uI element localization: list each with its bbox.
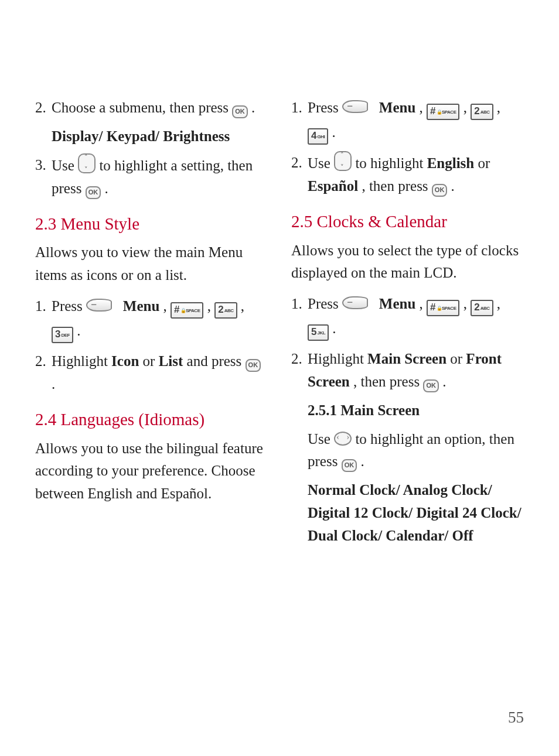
step-body: Press Menu , #🔒SPACE , 2ABC , 4GHI . bbox=[308, 97, 524, 146]
step-2-prev: 2. Choose a submenu, then press OK . bbox=[35, 97, 268, 119]
text: and press bbox=[187, 353, 246, 369]
text: Use bbox=[308, 155, 334, 171]
step-number: 2. bbox=[35, 97, 52, 119]
submenu-list: Display/ Keypad/ Brightness bbox=[52, 125, 268, 148]
text: , bbox=[203, 298, 214, 314]
text-bold: List bbox=[159, 353, 183, 369]
hash-key-icon: #🔒SPACE bbox=[171, 302, 203, 319]
right-column: 1. Press Menu , #🔒SPACE , 2ABC , 4GHI . … bbox=[291, 91, 524, 553]
text-bold: English bbox=[427, 155, 475, 171]
text: . bbox=[104, 180, 108, 196]
ok-key-icon: OK bbox=[246, 359, 261, 372]
left-soft-key-icon bbox=[342, 100, 368, 113]
step-body: Highlight Icon or List and press OK . bbox=[52, 350, 268, 396]
hash-key-icon: #🔒SPACE bbox=[427, 104, 459, 120]
ok-key-icon: OK bbox=[342, 459, 357, 472]
step-number: 1. bbox=[291, 293, 308, 342]
text: , bbox=[459, 296, 471, 312]
clock-options-list: Normal Clock/ Analog Clock/ Digital 12 C… bbox=[308, 479, 524, 547]
text-bold: Español bbox=[308, 178, 358, 194]
step-body: Choose a submenu, then press OK . bbox=[52, 97, 268, 119]
step-2-5-1: 1. Press Menu , #🔒SPACE , 2ABC , 5JKL . bbox=[291, 293, 524, 342]
nav-up-down-icon bbox=[78, 153, 96, 173]
text: . bbox=[360, 453, 364, 469]
text: , bbox=[493, 100, 501, 115]
text: Use bbox=[308, 431, 334, 447]
text: Choose a submenu, then press bbox=[52, 100, 232, 115]
five-key-icon: 5JKL bbox=[308, 324, 329, 341]
left-soft-key-icon bbox=[86, 299, 112, 312]
text: Press bbox=[52, 298, 86, 314]
step-number: 2. bbox=[291, 152, 308, 198]
paragraph: Allows you to use the bilingual feature … bbox=[35, 437, 268, 505]
text-bold: Icon bbox=[111, 353, 139, 369]
ok-key-icon: OK bbox=[86, 186, 101, 199]
step-2-4-1: 1. Press Menu , #🔒SPACE , 2ABC , 4GHI . bbox=[291, 97, 524, 146]
step-body: Highlight Main Screen or Front Screen , … bbox=[308, 348, 524, 394]
step-number: 3. bbox=[35, 154, 52, 200]
three-key-icon: 3DEF bbox=[52, 327, 73, 343]
step-2-3-2: 2. Highlight Icon or List and press OK . bbox=[35, 350, 268, 396]
text: . bbox=[73, 323, 81, 338]
step-2-5-2: 2. Highlight Main Screen or Front Screen… bbox=[291, 348, 524, 394]
step-2-3-1: 1. Press Menu , #🔒SPACE , 2ABC , 3DEF . bbox=[35, 295, 268, 344]
page-number: 55 bbox=[508, 709, 524, 727]
text: Use bbox=[52, 158, 78, 173]
menu-label: Menu bbox=[379, 296, 416, 312]
heading-2-3: 2.3 Menu Style bbox=[35, 211, 268, 237]
text: . bbox=[251, 100, 255, 115]
paragraph: Allows you to select the type of clocks … bbox=[291, 240, 524, 285]
two-key-icon: 2ABC bbox=[214, 302, 237, 319]
step-number: 2. bbox=[291, 348, 308, 394]
two-key-icon: 2ABC bbox=[471, 104, 493, 120]
step-body: Press Menu , #🔒SPACE , 2ABC , 5JKL . bbox=[308, 293, 524, 342]
left-column: 2. Choose a submenu, then press OK . Dis… bbox=[35, 91, 268, 553]
text-bold: Main Screen bbox=[367, 351, 446, 367]
text: , then press bbox=[362, 178, 431, 194]
step-3-prev: 3. Use to highlight a setting, then pres… bbox=[35, 154, 268, 200]
text: Press bbox=[308, 100, 342, 115]
step-number: 1. bbox=[35, 295, 52, 344]
text: to highlight bbox=[355, 155, 427, 171]
text: . bbox=[328, 124, 336, 140]
ok-key-icon: OK bbox=[432, 184, 448, 197]
text: or bbox=[478, 155, 490, 171]
nav-up-down-icon bbox=[334, 151, 352, 171]
text: , bbox=[493, 296, 501, 312]
nav-left-right-icon bbox=[334, 432, 352, 446]
step-body: Use to highlight a setting, then press O… bbox=[52, 154, 268, 200]
menu-label: Menu bbox=[379, 100, 416, 115]
text: , bbox=[459, 100, 471, 115]
text: . bbox=[329, 320, 336, 336]
text: . bbox=[442, 374, 446, 389]
step-2-5-1-body: Use to highlight an option, then press O… bbox=[308, 428, 524, 474]
text: , bbox=[159, 298, 171, 314]
text: Highlight bbox=[52, 353, 111, 369]
ok-key-icon: OK bbox=[232, 105, 248, 118]
step-number: 2. bbox=[35, 350, 52, 396]
page-content: 2. Choose a submenu, then press OK . Dis… bbox=[0, 0, 559, 589]
two-key-icon: 2ABC bbox=[471, 300, 493, 316]
text: or bbox=[143, 353, 159, 369]
step-body: Use to highlight English or Español , th… bbox=[308, 152, 524, 198]
text: , bbox=[415, 100, 427, 115]
ok-key-icon: OK bbox=[423, 379, 439, 392]
text: Press bbox=[308, 296, 342, 312]
text: , bbox=[415, 296, 427, 312]
text: Highlight bbox=[308, 351, 367, 367]
heading-2-5-1: 2.5.1 Main Screen bbox=[308, 399, 524, 422]
step-2-4-2: 2. Use to highlight English or Español ,… bbox=[291, 152, 524, 198]
paragraph: Allows you to view the main Menu items a… bbox=[35, 241, 268, 287]
text: or bbox=[450, 351, 466, 367]
step-number: 1. bbox=[291, 97, 308, 146]
hash-key-icon: #🔒SPACE bbox=[427, 300, 459, 316]
heading-2-4: 2.4 Languages (Idiomas) bbox=[35, 406, 268, 433]
text: , bbox=[237, 298, 245, 314]
text: , then press bbox=[353, 374, 423, 389]
four-key-icon: 4GHI bbox=[308, 128, 328, 145]
heading-2-5: 2.5 Clocks & Calendar bbox=[291, 208, 524, 235]
text: . bbox=[52, 376, 55, 392]
text: . bbox=[451, 178, 455, 194]
left-soft-key-icon bbox=[342, 296, 368, 309]
step-body: Press Menu , #🔒SPACE , 2ABC , 3DEF . bbox=[52, 295, 268, 344]
